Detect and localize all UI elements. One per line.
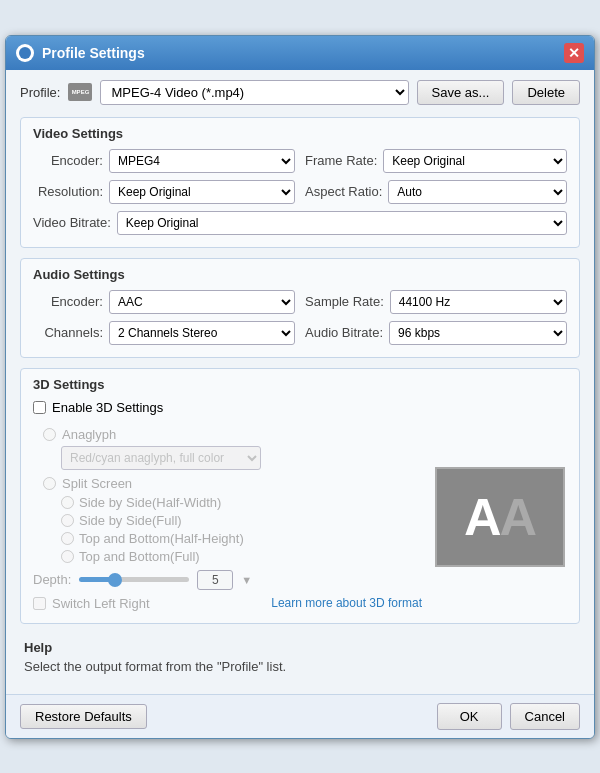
audio-bitrate-select[interactable]: 96 kbps 128 kbps 192 kbps: [389, 321, 567, 345]
enable-3d-checkbox[interactable]: [33, 401, 46, 414]
depth-spinner-arrow: ▼: [241, 574, 252, 586]
side-by-side-half-radio[interactable]: [61, 496, 74, 509]
sample-rate-select[interactable]: 44100 Hz 22050 Hz 48000 Hz: [390, 290, 567, 314]
profile-label: Profile:: [20, 85, 60, 100]
side-by-side-full-label: Side by Side(Full): [79, 513, 182, 528]
profile-select[interactable]: MPEG-4 Video (*.mp4): [100, 80, 408, 105]
video-settings-title: Video Settings: [33, 126, 567, 141]
enable-3d-label[interactable]: Enable 3D Settings: [33, 400, 567, 415]
audio-settings-title: Audio Settings: [33, 267, 567, 282]
top-bottom-full-radio[interactable]: [61, 550, 74, 563]
top-bottom-half-radio[interactable]: [61, 532, 74, 545]
audio-encoder-label: Encoder:: [33, 294, 103, 309]
audio-bitrate-label: Audio Bitrate:: [305, 325, 383, 340]
depth-spinner[interactable]: [197, 570, 233, 590]
frame-rate-row: Frame Rate: Keep Original 24 30: [305, 149, 567, 173]
depth-slider[interactable]: [79, 577, 189, 582]
sample-rate-row: Sample Rate: 44100 Hz 22050 Hz 48000 Hz: [305, 290, 567, 314]
3d-inner: Anaglyph Red/cyan anaglyph, full color S…: [33, 423, 567, 611]
channels-row: Channels: 2 Channels Stereo 1 Channel Mo…: [33, 321, 295, 345]
profile-settings-dialog: Profile Settings ✕ Profile: MPEG MPEG-4 …: [5, 35, 595, 739]
side-by-side-half-row: Side by Side(Half-Width): [61, 495, 422, 510]
switch-lr-row: Switch Left Right Learn more about 3D fo…: [33, 596, 422, 611]
preview-a-left: A: [464, 488, 500, 546]
dialog-title: Profile Settings: [42, 45, 145, 61]
3d-left: Anaglyph Red/cyan anaglyph, full color S…: [33, 423, 422, 611]
anaglyph-radio[interactable]: [43, 428, 56, 441]
aspect-ratio-label: Aspect Ratio:: [305, 184, 382, 199]
profile-format-icon: MPEG: [68, 83, 92, 101]
title-bar-left: Profile Settings: [16, 44, 145, 62]
channels-label: Channels:: [33, 325, 103, 340]
video-bitrate-select[interactable]: Keep Original 1000 kbps 2000 kbps: [117, 211, 567, 235]
audio-settings-grid: Encoder: AAC MP3 AC3 Sample Rate: 44100 …: [33, 290, 567, 345]
title-bar: Profile Settings ✕: [6, 36, 594, 70]
split-screen-options: Side by Side(Half-Width) Side by Side(Fu…: [61, 495, 422, 564]
cancel-button[interactable]: Cancel: [510, 703, 580, 730]
enable-3d-text: Enable 3D Settings: [52, 400, 163, 415]
aspect-ratio-select[interactable]: Auto 16:9 4:3: [388, 180, 567, 204]
3d-preview: AA: [432, 423, 567, 611]
side-by-side-full-row: Side by Side(Full): [61, 513, 422, 528]
split-screen-radio[interactable]: [43, 477, 56, 490]
frame-rate-select[interactable]: Keep Original 24 30: [383, 149, 567, 173]
ok-button[interactable]: OK: [437, 703, 502, 730]
video-bitrate-label: Video Bitrate:: [33, 215, 111, 230]
bottom-right-buttons: OK Cancel: [437, 703, 580, 730]
sample-rate-label: Sample Rate:: [305, 294, 384, 309]
delete-button[interactable]: Delete: [512, 80, 580, 105]
side-by-side-full-radio[interactable]: [61, 514, 74, 527]
top-bottom-half-row: Top and Bottom(Half-Height): [61, 531, 422, 546]
encoder-select[interactable]: MPEG4 H.264 H.265: [109, 149, 295, 173]
preview-box: AA: [435, 467, 565, 567]
resolution-select[interactable]: Keep Original 1920x1080 1280x720: [109, 180, 295, 204]
switch-lr-checkbox[interactable]: [33, 597, 46, 610]
dialog-content: Profile: MPEG MPEG-4 Video (*.mp4) Save …: [6, 70, 594, 694]
preview-aa: AA: [464, 491, 535, 543]
aspect-ratio-row: Aspect Ratio: Auto 16:9 4:3: [305, 180, 567, 204]
channels-select[interactable]: 2 Channels Stereo 1 Channel Mono 5.1 Cha…: [109, 321, 295, 345]
preview-a-right: A: [500, 488, 536, 546]
3d-settings-title: 3D Settings: [33, 377, 567, 392]
help-text: Select the output format from the "Profi…: [24, 659, 576, 674]
video-bitrate-row: Video Bitrate: Keep Original 1000 kbps 2…: [33, 211, 567, 235]
depth-label: Depth:: [33, 572, 71, 587]
dialog-icon: [16, 44, 34, 62]
audio-bitrate-row: Audio Bitrate: 96 kbps 128 kbps 192 kbps: [305, 321, 567, 345]
split-screen-row: Split Screen: [43, 476, 422, 491]
resolution-label: Resolution:: [33, 184, 103, 199]
learn-more-link[interactable]: Learn more about 3D format: [271, 596, 422, 610]
video-settings-grid: Encoder: MPEG4 H.264 H.265 Frame Rate: K…: [33, 149, 567, 204]
close-button[interactable]: ✕: [564, 43, 584, 63]
audio-settings-section: Audio Settings Encoder: AAC MP3 AC3 Samp…: [20, 258, 580, 358]
anaglyph-label: Anaglyph: [62, 427, 116, 442]
split-screen-label: Split Screen: [62, 476, 132, 491]
audio-encoder-row: Encoder: AAC MP3 AC3: [33, 290, 295, 314]
help-section: Help Select the output format from the "…: [20, 634, 580, 684]
help-title: Help: [24, 640, 576, 655]
encoder-label: Encoder:: [33, 153, 103, 168]
top-bottom-half-label: Top and Bottom(Half-Height): [79, 531, 244, 546]
anaglyph-row: Anaglyph: [43, 427, 422, 442]
resolution-row: Resolution: Keep Original 1920x1080 1280…: [33, 180, 295, 204]
side-by-side-half-label: Side by Side(Half-Width): [79, 495, 221, 510]
encoder-row: Encoder: MPEG4 H.264 H.265: [33, 149, 295, 173]
3d-settings-section: 3D Settings Enable 3D Settings Anaglyph …: [20, 368, 580, 624]
frame-rate-label: Frame Rate:: [305, 153, 377, 168]
depth-row: Depth: ▼: [33, 570, 422, 590]
top-bottom-full-label: Top and Bottom(Full): [79, 549, 200, 564]
anaglyph-sub-select[interactable]: Red/cyan anaglyph, full color: [61, 446, 261, 470]
video-settings-section: Video Settings Encoder: MPEG4 H.264 H.26…: [20, 117, 580, 248]
audio-encoder-select[interactable]: AAC MP3 AC3: [109, 290, 295, 314]
top-bottom-full-row: Top and Bottom(Full): [61, 549, 422, 564]
switch-lr-label: Switch Left Right: [52, 596, 150, 611]
bottom-bar: Restore Defaults OK Cancel: [6, 694, 594, 738]
profile-row: Profile: MPEG MPEG-4 Video (*.mp4) Save …: [20, 80, 580, 105]
restore-defaults-button[interactable]: Restore Defaults: [20, 704, 147, 729]
save-as-button[interactable]: Save as...: [417, 80, 505, 105]
